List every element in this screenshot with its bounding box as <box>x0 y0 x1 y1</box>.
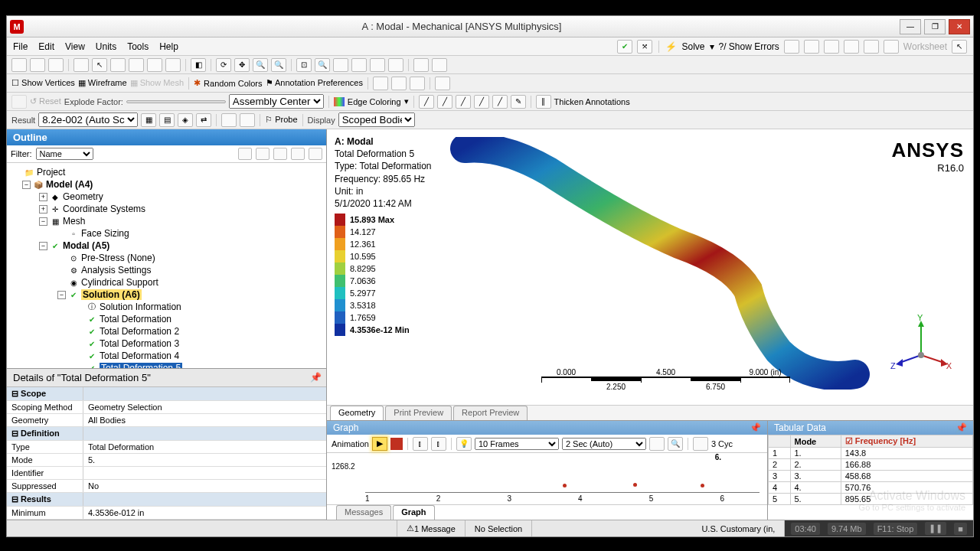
tabular-table[interactable]: Mode☑ Frequency [Hz] 11.143.822.166.8833… <box>768 435 973 505</box>
edge-coloring-button[interactable]: Edge Coloring <box>348 97 401 106</box>
view-icon-2[interactable] <box>351 58 367 72</box>
stop-button[interactable] <box>390 438 403 450</box>
edge-icon-6[interactable]: ✎ <box>511 95 526 109</box>
menu-file[interactable]: File <box>13 41 28 52</box>
tb-icon-5[interactable] <box>864 40 879 54</box>
misc-icon-4[interactable] <box>435 77 450 90</box>
tab-messages[interactable]: Messages <box>336 505 391 520</box>
tree-solinfo[interactable]: Solution Information <box>100 302 181 312</box>
res-icon-2[interactable]: ▤ <box>159 113 175 127</box>
filter-icon-2[interactable] <box>256 148 270 160</box>
zoom-in-icon[interactable]: 🔍 <box>253 58 268 72</box>
outline-tree[interactable]: 📁Project −📦Model (A4) +◆Geometry +✛Coord… <box>7 163 326 368</box>
edge-icon-4[interactable]: ╱ <box>474 95 489 109</box>
tree-cylsupport[interactable]: Cylindrical Support <box>81 277 158 288</box>
anim-icon-1[interactable]: ⫿ <box>413 437 428 451</box>
status-units[interactable]: U.S. Customary (in, <box>692 520 785 536</box>
tree-td1[interactable]: Total Deformation <box>100 314 172 324</box>
anim-icon-4[interactable] <box>693 437 708 451</box>
anim-zoom-icon[interactable]: 🔍 <box>668 437 683 451</box>
menu-edit[interactable]: Edit <box>38 41 54 52</box>
res-icon-5[interactable] <box>221 113 237 127</box>
tb-icon-6[interactable] <box>884 40 899 54</box>
explode-slider[interactable] <box>126 100 226 103</box>
select-icon[interactable]: ↖ <box>92 58 107 72</box>
view-icon-1[interactable] <box>333 58 348 72</box>
pin-icon[interactable]: 📌 <box>310 372 322 383</box>
result-scale-select[interactable]: 8.2e-002 (Auto Scale) <box>38 112 138 127</box>
prop-suppressed[interactable]: No <box>83 480 326 492</box>
menu-units[interactable]: Units <box>96 41 116 52</box>
cursor-icon[interactable]: ↖ <box>952 40 967 54</box>
menu-view[interactable]: View <box>65 41 85 52</box>
duration-select[interactable]: 2 Sec (Auto) <box>562 438 646 450</box>
status-fps[interactable]: F11: Stop <box>874 523 918 535</box>
tree-td5[interactable]: Total Deformation 5 <box>100 363 182 368</box>
misc-icon-3[interactable] <box>410 77 425 90</box>
prop-mode[interactable]: 5. <box>83 454 326 466</box>
display-select[interactable]: Scoped Bodies <box>338 112 415 127</box>
orientation-triad[interactable]: Y X Z <box>890 313 952 374</box>
res-icon-6[interactable] <box>240 113 255 127</box>
view-icon-5[interactable] <box>413 58 429 72</box>
filter-select[interactable]: Name <box>36 148 93 160</box>
filter-icon-1[interactable] <box>238 148 252 160</box>
tree-geometry[interactable]: Geometry <box>63 191 103 202</box>
solve-button[interactable]: Solve <box>681 41 704 52</box>
thicken-annotations-button[interactable]: Thicken Annotations <box>554 97 630 106</box>
thicken-icon[interactable]: ‖ <box>536 95 551 109</box>
edge-icon-1[interactable]: ╱ <box>419 95 434 109</box>
worksheet-button[interactable]: Worksheet <box>903 41 947 52</box>
explode-icon[interactable] <box>11 95 27 109</box>
tab-report-preview[interactable]: Report Preview <box>453 406 528 420</box>
tab-print-preview[interactable]: Print Preview <box>385 406 452 420</box>
cube-icon[interactable]: ◧ <box>191 58 206 72</box>
tree-face-sizing[interactable]: Face Sizing <box>81 228 129 239</box>
maximize-button[interactable]: ❐ <box>924 19 946 34</box>
zoom-out-icon[interactable]: 🔍 <box>271 58 286 72</box>
tab-graph[interactable]: Graph <box>393 505 434 520</box>
filter-icon-3[interactable] <box>273 148 287 160</box>
show-mesh-toggle[interactable]: ▦ Show Mesh <box>130 78 185 88</box>
random-colors-button[interactable]: Random Colors <box>204 79 262 88</box>
tree-analysis[interactable]: Analysis Settings <box>81 265 151 276</box>
status-pause-icon[interactable]: ❚❚ <box>925 522 946 535</box>
nav-icon-7[interactable] <box>147 58 162 72</box>
tree-td4[interactable]: Total Deformation 4 <box>100 350 179 361</box>
misc-icon-1[interactable] <box>373 77 388 90</box>
tree-modal[interactable]: Modal (A5) <box>63 240 109 251</box>
menu-help[interactable]: Help <box>159 41 178 52</box>
fit-icon[interactable]: ⊡ <box>296 58 312 72</box>
tree-prestress[interactable]: Pre-Stress (None) <box>81 253 155 263</box>
wireframe-toggle[interactable]: ▦ Wireframe <box>78 78 127 88</box>
tree-td3[interactable]: Total Deformation 3 <box>100 338 179 349</box>
nav-icon-6[interactable] <box>129 58 144 72</box>
tree-coords[interactable]: Coordinate Systems <box>63 204 145 214</box>
tree-model[interactable]: Model (A4) <box>46 179 93 190</box>
tree-mesh[interactable]: Mesh <box>63 216 85 227</box>
tb-icon-4[interactable] <box>844 40 859 54</box>
anim-icon-3[interactable] <box>649 437 665 451</box>
edge-icon-3[interactable]: ╱ <box>456 95 471 109</box>
close-button[interactable]: ✕ <box>949 19 970 34</box>
status-stop-icon[interactable]: ■ <box>954 523 967 535</box>
tree-solution[interactable]: Solution (A6) <box>81 289 142 300</box>
annotation-prefs-button[interactable]: ⚑ Annotation Preferences <box>266 78 363 88</box>
anim-icon-2[interactable]: ⫿ <box>431 437 446 451</box>
prop-type[interactable]: Total Deformation <box>83 441 326 453</box>
prop-identifier[interactable] <box>83 467 326 479</box>
graph-body[interactable]: 1268.2 6. 1 2 3 4 5 6 <box>327 453 767 504</box>
arrows-icon[interactable]: ⤧ <box>637 40 652 54</box>
show-errors-button[interactable]: ?/ Show Errors <box>719 41 779 52</box>
geometry-viewport[interactable]: A: Modal Total Deformation 5 Type: Total… <box>327 129 973 405</box>
nav-icon-8[interactable] <box>165 58 181 72</box>
view-icon-4[interactable] <box>388 58 403 72</box>
bulb-icon[interactable]: 💡 <box>456 437 472 451</box>
assembly-select[interactable]: Assembly Center <box>229 94 324 109</box>
filter-icon-5[interactable] <box>309 148 322 160</box>
view-icon-3[interactable] <box>370 58 385 72</box>
nav-icon-2[interactable] <box>30 58 45 72</box>
frames-select[interactable]: 10 Frames <box>475 438 559 450</box>
check-icon[interactable]: ✔ <box>617 40 632 54</box>
tree-project[interactable]: Project <box>37 167 65 178</box>
